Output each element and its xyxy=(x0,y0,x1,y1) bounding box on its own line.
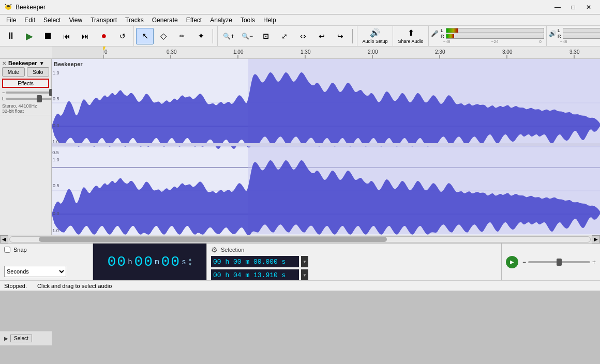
menu-effect[interactable]: Effect xyxy=(182,14,206,25)
track-panel: ✕ Beekeeper ▼ Mute Solo Effects − + L R … xyxy=(0,59,52,235)
sel-end-arrow[interactable]: ▼ xyxy=(301,269,308,281)
selection-settings-button[interactable]: ⚙ xyxy=(211,246,218,254)
play-button[interactable]: ▶ xyxy=(21,28,38,44)
time-digits: 00 h 00 m 00 s xyxy=(108,254,187,270)
menu-generate[interactable]: Generate xyxy=(148,14,182,25)
time-hours: 00 xyxy=(108,254,127,270)
svg-text:2:30: 2:30 xyxy=(435,49,445,55)
undo-button[interactable]: ↩ xyxy=(313,28,331,44)
zoom-plus-button[interactable]: + xyxy=(592,259,596,266)
menu-view[interactable]: View xyxy=(65,14,86,25)
selection-play-button[interactable]: ▶ xyxy=(506,256,518,268)
cursor-tool-button[interactable]: ↖ xyxy=(136,28,154,44)
vu-L-play: L xyxy=(558,28,562,33)
toolbar-row-1: ⏸ ▶ ⏹ ⏮ ⏭ ● ↺ ↖ ◇ ✏ ✦ 🔍+ 🔍− ⊡ ⤢ ⇔ ↩ ↪ 🔊 … xyxy=(0,26,600,47)
loop-button[interactable]: ↺ xyxy=(114,28,131,44)
svg-text:0: 0 xyxy=(104,49,108,55)
seconds-select[interactable]: Seconds xyxy=(4,266,66,277)
svg-text:−1.0: −1.0 xyxy=(52,228,59,233)
pan-left-label: L xyxy=(2,96,5,101)
sel-end-row: 00 h 04 m 13.910 s ▼ xyxy=(211,269,497,281)
svg-text:2:00: 2:00 xyxy=(368,49,378,55)
scroll-track[interactable] xyxy=(9,236,591,242)
vu-R-record: R xyxy=(441,34,445,39)
bottom-bar: Snap Seconds 00 h 00 m 00 s ▲ ▼ ⚙ Select… xyxy=(0,243,600,280)
toolbar-separator-2 xyxy=(352,29,353,43)
zoom-area: − + xyxy=(522,259,596,266)
title-bar: Beekeeper — □ ✕ xyxy=(0,0,600,14)
vu-scale-48: −48 xyxy=(443,39,451,44)
zoom-slider[interactable] xyxy=(528,261,590,263)
zoom-full-button[interactable]: ⇔ xyxy=(294,28,312,44)
menu-tools[interactable]: Tools xyxy=(236,14,259,25)
zoom-in-button[interactable]: 🔍+ xyxy=(220,28,237,44)
skip-back-button[interactable]: ⏮ xyxy=(58,28,76,44)
waveform-svg[interactable]: 1.0 0.5 0.0 −0.5 −1.0 1.0 0.5 0.0 −0.5 −… xyxy=(52,59,600,235)
audio-setup-button[interactable]: 🔊 Audio Setup xyxy=(362,27,388,46)
redo-button[interactable]: ↪ xyxy=(332,28,349,44)
vu-playback-section: 🔊 L R −48 −24 0 xyxy=(546,26,600,46)
draw-tool-button[interactable]: ✏ xyxy=(173,28,191,44)
vu-play-right-bar xyxy=(563,34,600,39)
sel-start-display: 00 h 00 m 00.000 s xyxy=(211,256,299,267)
horizontal-scrollbar[interactable]: ◀ ▶ xyxy=(0,235,600,243)
time-h-unit: h xyxy=(128,258,133,266)
menu-edit[interactable]: Edit xyxy=(20,14,39,25)
time-down-arrow[interactable]: ▼ xyxy=(188,262,192,267)
app-icon xyxy=(4,3,12,11)
menu-select[interactable]: Select xyxy=(39,14,65,25)
skip-fwd-button[interactable]: ⏭ xyxy=(77,28,94,44)
stop-button[interactable]: ⏹ xyxy=(39,28,57,44)
svg-text:0.0: 0.0 xyxy=(53,211,59,216)
waveform-area[interactable]: Beekeeper xyxy=(52,59,600,235)
vol-minus-label: − xyxy=(2,90,5,95)
close-button[interactable]: ✕ xyxy=(581,2,596,13)
svg-text:0.5: 0.5 xyxy=(53,96,59,101)
zoom-sel-button[interactable]: ⊡ xyxy=(257,28,275,44)
maximize-button[interactable]: □ xyxy=(566,2,580,13)
menu-transport[interactable]: Transport xyxy=(86,14,121,25)
menu-help[interactable]: Help xyxy=(259,14,280,25)
time-stepper[interactable]: ▲ ▼ xyxy=(188,257,192,267)
speaker-icon-vu: 🔊 xyxy=(549,30,557,37)
svg-rect-31 xyxy=(52,143,600,146)
menu-analyze[interactable]: Analyze xyxy=(206,14,236,25)
share-audio-button[interactable]: ⬆ Share Audio xyxy=(397,27,424,46)
menu-tracks[interactable]: Tracks xyxy=(121,14,148,25)
track-close-button[interactable]: ✕ xyxy=(2,60,6,66)
pan-row: L R xyxy=(2,96,49,101)
minimize-button[interactable]: — xyxy=(550,2,565,13)
envelope-tool-button[interactable]: ◇ xyxy=(155,28,172,44)
svg-text:1.0: 1.0 xyxy=(53,157,59,162)
solo-button[interactable]: Solo xyxy=(27,67,50,77)
vu-record-right-bar xyxy=(446,34,544,39)
sel-start-row: 00 h 00 m 00.000 s ▼ xyxy=(211,256,497,267)
time-s-unit: s xyxy=(182,258,187,266)
scroll-right-arrow[interactable]: ▶ xyxy=(592,235,600,244)
vu-scale-0: 0 xyxy=(539,39,542,44)
transport-toolbar: ⏸ ▶ ⏹ ⏮ ⏭ ● ↺ xyxy=(0,26,134,46)
time-up-arrow[interactable]: ▲ xyxy=(188,257,192,262)
track-arrow-button[interactable]: ▼ xyxy=(39,60,44,66)
multi-tool-button[interactable]: ✦ xyxy=(192,28,209,44)
snap-checkbox[interactable] xyxy=(4,247,10,253)
ruler-marks: 0 0:30 1:00 1:30 2:00 2:30 3:00 3:30 4:0… xyxy=(103,47,600,58)
zoom-minus-button[interactable]: − xyxy=(522,259,526,266)
zoom-out-button[interactable]: 🔍− xyxy=(238,28,256,44)
speaker-icon: 🔊 xyxy=(370,28,380,38)
svg-line-2 xyxy=(5,4,6,5)
sel-start-arrow[interactable]: ▼ xyxy=(301,256,308,267)
snap-row: Snap xyxy=(4,247,88,253)
vu-R-play: R xyxy=(558,34,562,39)
zoom-fit-button[interactable]: ⤢ xyxy=(276,28,293,44)
pause-button[interactable]: ⏸ xyxy=(2,28,20,44)
menu-file[interactable]: File xyxy=(2,14,20,25)
scroll-left-arrow[interactable]: ◀ xyxy=(0,235,8,244)
track-info: Stereo, 44100Hz 32-bit float xyxy=(2,103,49,114)
selection-header: ⚙ Selection xyxy=(211,246,497,254)
mute-button[interactable]: Mute xyxy=(2,67,25,77)
vu-row-record: 🎤 L R xyxy=(431,28,544,39)
effects-button[interactable]: Effects xyxy=(2,79,49,88)
record-button[interactable]: ● xyxy=(95,28,113,44)
vu-play-scale-48: −48 xyxy=(560,39,567,44)
